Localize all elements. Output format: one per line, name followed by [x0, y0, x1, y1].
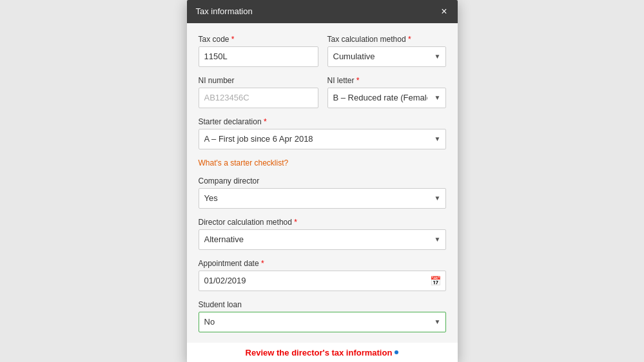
group-tax-calc-method: Tax calculation method * Cumulative ▼ [327, 35, 446, 67]
ni-letter-wrapper: B – Reduced rate (Females on... ▼ [327, 88, 446, 108]
ni-letter-label: NI letter * [327, 76, 446, 85]
director-calc-method-wrapper: Alternative ▼ [199, 229, 446, 250]
starter-declaration-wrapper: A – First job since 6 Apr 2018 ▼ [199, 129, 446, 149]
row-tax-code-method: Tax code * Tax calculation method * Cumu… [199, 35, 446, 67]
director-calc-method-label: Director calculation method * [199, 218, 446, 227]
bottom-message-text: Review the director's tax information [246, 348, 393, 357]
student-loan-wrapper: No Yes ▼ [199, 312, 446, 332]
student-loan-label: Student loan [199, 300, 446, 309]
tax-calc-method-select[interactable]: Cumulative [327, 46, 446, 67]
dialog-header: Tax information × [187, 0, 458, 23]
starter-declaration-select[interactable]: A – First job since 6 Apr 2018 [199, 129, 446, 149]
starter-checklist-link[interactable]: What's a starter checklist? [199, 158, 446, 167]
blue-dot-icon [395, 350, 398, 354]
company-director-wrapper: Yes No ▼ [199, 188, 446, 209]
dialog-title: Tax information [196, 6, 253, 16]
appointment-date-wrapper: 📅 [199, 271, 446, 291]
tax-calc-method-wrapper: Cumulative ▼ [327, 46, 446, 67]
group-starter-declaration: Starter declaration * A – First job sinc… [199, 117, 446, 149]
appointment-date-label: Appointment date * [199, 259, 446, 268]
company-director-label: Company director [199, 176, 446, 186]
tax-code-label: Tax code * [199, 35, 318, 44]
starter-declaration-label: Starter declaration * [199, 117, 446, 126]
group-company-director: Company director Yes No ▼ [199, 176, 446, 209]
group-director-calc-method: Director calculation method * Alternativ… [199, 218, 446, 250]
group-appointment-date: Appointment date * 📅 [199, 259, 446, 291]
dialog-body: Tax code * Tax calculation method * Cumu… [187, 23, 458, 343]
company-director-select[interactable]: Yes No [199, 188, 446, 209]
close-button[interactable]: × [440, 6, 448, 17]
tax-information-dialog: Tax information × Tax code * Tax calcula… [187, 0, 458, 362]
group-student-loan: Student loan No Yes ▼ [199, 300, 446, 332]
group-ni-number: NI number [199, 76, 318, 108]
bottom-message-bar: Review the director's tax information [187, 343, 458, 363]
ni-letter-select[interactable]: B – Reduced rate (Females on... [327, 88, 446, 108]
tax-calc-method-label: Tax calculation method * [327, 35, 446, 44]
overlay: Tax information × Tax code * Tax calcula… [0, 0, 644, 362]
student-loan-select[interactable]: No Yes [199, 312, 446, 332]
row-ni: NI number NI letter * B – Reduced rate (… [199, 76, 446, 108]
appointment-date-input[interactable] [199, 271, 446, 291]
director-calc-method-select[interactable]: Alternative [199, 229, 446, 250]
ni-number-input[interactable] [199, 88, 318, 108]
group-tax-code: Tax code * [199, 35, 318, 67]
group-ni-letter: NI letter * B – Reduced rate (Females on… [327, 76, 446, 108]
ni-number-label: NI number [199, 76, 318, 85]
tax-code-input[interactable] [199, 46, 318, 67]
